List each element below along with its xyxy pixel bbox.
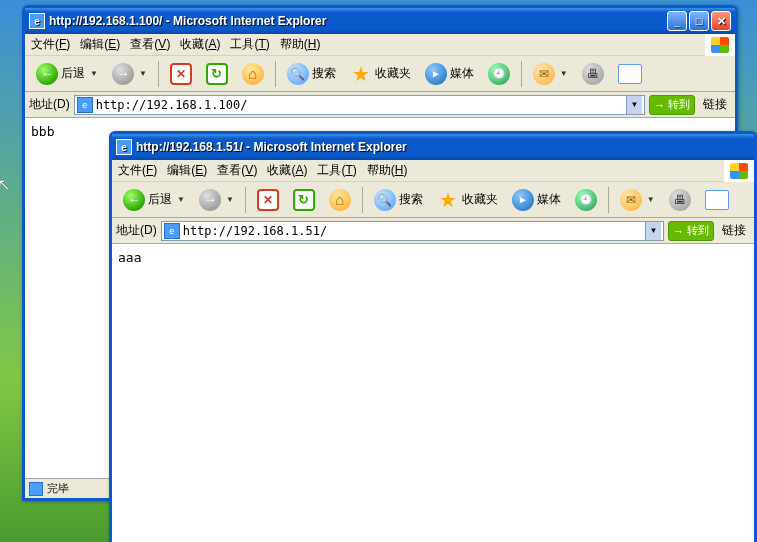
- home-icon: [242, 63, 264, 85]
- print-icon: [669, 189, 691, 211]
- windows-logo-icon: [705, 34, 735, 56]
- go-button[interactable]: 转到: [668, 221, 714, 241]
- edit-icon: [705, 190, 729, 210]
- separator: [275, 61, 276, 87]
- go-button[interactable]: 转到: [649, 95, 695, 115]
- maximize-button[interactable]: □: [689, 11, 709, 31]
- menu-edit[interactable]: 编辑(E): [80, 36, 120, 53]
- forward-button[interactable]: →▼: [107, 60, 152, 88]
- separator: [608, 187, 609, 213]
- refresh-button[interactable]: [288, 186, 320, 214]
- ie-icon: e: [29, 13, 45, 29]
- separator: [521, 61, 522, 87]
- star-icon: [350, 63, 372, 85]
- history-button[interactable]: [483, 60, 515, 88]
- history-button[interactable]: [570, 186, 602, 214]
- address-label: 地址(D): [29, 96, 70, 113]
- menu-favorites[interactable]: 收藏(A): [267, 162, 307, 179]
- media-button[interactable]: 媒体: [420, 60, 479, 88]
- print-button[interactable]: [664, 186, 696, 214]
- back-icon: ←: [123, 189, 145, 211]
- address-label: 地址(D): [116, 222, 157, 239]
- windows-logo-icon: [724, 160, 754, 182]
- star-icon: [437, 189, 459, 211]
- menu-tools[interactable]: 工具(T): [230, 36, 269, 53]
- history-icon: [575, 189, 597, 211]
- search-button[interactable]: 搜索: [369, 186, 428, 214]
- address-dropdown-icon[interactable]: ▼: [645, 222, 661, 240]
- back-button[interactable]: ←后退▼: [31, 60, 103, 88]
- edit-button[interactable]: [700, 186, 734, 214]
- toolbar: ←后退▼ →▼ 搜索 收藏夹 媒体 ▼: [112, 182, 754, 218]
- favorites-button[interactable]: 收藏夹: [432, 186, 503, 214]
- separator: [362, 187, 363, 213]
- page-icon: e: [77, 97, 93, 113]
- ie-icon: e: [116, 139, 132, 155]
- page-icon: e: [164, 223, 180, 239]
- toolbar: ←后退▼ →▼ 搜索 收藏夹 媒体 ▼: [25, 56, 735, 92]
- mail-icon: [620, 189, 642, 211]
- status-text: 完毕: [47, 481, 69, 496]
- stop-button[interactable]: [165, 60, 197, 88]
- mail-button[interactable]: ▼: [615, 186, 660, 214]
- chevron-down-icon: ▼: [90, 69, 98, 78]
- separator: [158, 61, 159, 87]
- menu-edit[interactable]: 编辑(E): [167, 162, 207, 179]
- titlebar[interactable]: e http://192.168.1.51/ - Microsoft Inter…: [112, 134, 754, 160]
- home-button[interactable]: [237, 60, 269, 88]
- refresh-icon: [206, 63, 228, 85]
- address-input[interactable]: e http://192.168.1.51/ ▼: [161, 221, 664, 241]
- stop-icon: [257, 189, 279, 211]
- url-text: http://192.168.1.51/: [183, 224, 645, 238]
- menubar: 文件(F) 编辑(E) 查看(V) 收藏(A) 工具(T) 帮助(H): [112, 160, 754, 182]
- ie-window-front[interactable]: e http://192.168.1.51/ - Microsoft Inter…: [109, 131, 757, 542]
- status-icon: [29, 482, 43, 496]
- menu-view[interactable]: 查看(V): [217, 162, 257, 179]
- forward-icon: →: [112, 63, 134, 85]
- links-button[interactable]: 链接: [718, 222, 750, 239]
- separator: [245, 187, 246, 213]
- address-input[interactable]: e http://192.168.1.100/ ▼: [74, 95, 645, 115]
- search-icon: [374, 189, 396, 211]
- media-icon: [512, 189, 534, 211]
- search-icon: [287, 63, 309, 85]
- window-title: http://192.168.1.100/ - Microsoft Intern…: [49, 14, 667, 28]
- minimize-button[interactable]: _: [667, 11, 687, 31]
- page-content[interactable]: aaa: [112, 244, 754, 542]
- menu-favorites[interactable]: 收藏(A): [180, 36, 220, 53]
- mail-icon: [533, 63, 555, 85]
- print-icon: [582, 63, 604, 85]
- edit-icon: [618, 64, 642, 84]
- print-button[interactable]: [577, 60, 609, 88]
- menu-tools[interactable]: 工具(T): [317, 162, 356, 179]
- titlebar[interactable]: e http://192.168.1.100/ - Microsoft Inte…: [25, 8, 735, 34]
- menu-help[interactable]: 帮助(H): [280, 36, 321, 53]
- close-button[interactable]: ✕: [711, 11, 731, 31]
- mail-button[interactable]: ▼: [528, 60, 573, 88]
- menu-file[interactable]: 文件(F): [31, 36, 70, 53]
- media-button[interactable]: 媒体: [507, 186, 566, 214]
- media-icon: [425, 63, 447, 85]
- forward-icon: →: [199, 189, 221, 211]
- back-icon: ←: [36, 63, 58, 85]
- menu-view[interactable]: 查看(V): [130, 36, 170, 53]
- address-bar: 地址(D) e http://192.168.1.100/ ▼ 转到 链接: [25, 92, 735, 118]
- refresh-button[interactable]: [201, 60, 233, 88]
- forward-button[interactable]: →▼: [194, 186, 239, 214]
- home-icon: [329, 189, 351, 211]
- favorites-button[interactable]: 收藏夹: [345, 60, 416, 88]
- stop-icon: [170, 63, 192, 85]
- url-text: http://192.168.1.100/: [96, 98, 626, 112]
- back-button[interactable]: ←后退▼: [118, 186, 190, 214]
- menu-file[interactable]: 文件(F): [118, 162, 157, 179]
- window-title: http://192.168.1.51/ - Microsoft Interne…: [136, 140, 750, 154]
- menubar: 文件(F) 编辑(E) 查看(V) 收藏(A) 工具(T) 帮助(H): [25, 34, 735, 56]
- menu-help[interactable]: 帮助(H): [367, 162, 408, 179]
- stop-button[interactable]: [252, 186, 284, 214]
- home-button[interactable]: [324, 186, 356, 214]
- edit-button[interactable]: [613, 60, 647, 88]
- links-button[interactable]: 链接: [699, 96, 731, 113]
- refresh-icon: [293, 189, 315, 211]
- search-button[interactable]: 搜索: [282, 60, 341, 88]
- address-dropdown-icon[interactable]: ▼: [626, 96, 642, 114]
